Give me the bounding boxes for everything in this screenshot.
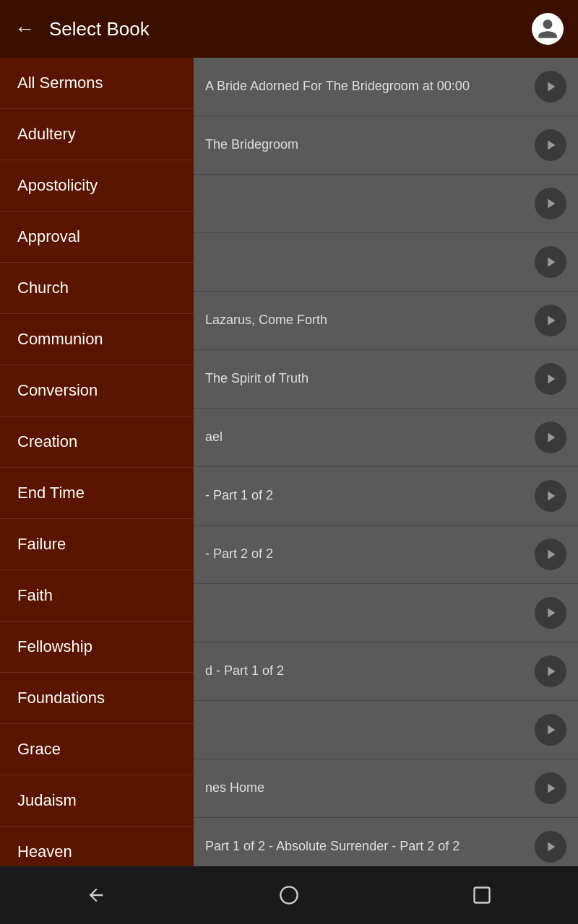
sidebar-item-judaism[interactable]: Judaism: [0, 775, 194, 827]
sidebar-item-apostolicity[interactable]: Apostolicity: [0, 160, 194, 212]
sidebar-item-all-sermons[interactable]: All Sermons: [0, 58, 194, 109]
sermon-item-s8[interactable]: - Part 1 of 2: [194, 467, 578, 526]
play-icon: [543, 488, 558, 504]
sidebar-item-end-time[interactable]: End Time: [0, 468, 194, 519]
sermon-item-s12[interactable]: [194, 701, 578, 759]
sermon-title: Part 1 of 2 - Absolute Surrender - Part …: [205, 838, 527, 855]
sermon-title: - Part 2 of 2: [205, 546, 527, 562]
sermon-item-s4[interactable]: [194, 233, 578, 292]
sidebar-item-faith[interactable]: Faith: [0, 570, 194, 622]
sermon-title: Lazarus, Come Forth: [205, 312, 527, 328]
play-button[interactable]: [535, 71, 566, 103]
play-button[interactable]: [535, 480, 566, 512]
sidebar-item-fellowship[interactable]: Fellowship: [0, 622, 194, 673]
play-icon: [543, 722, 558, 738]
page-title: Select Book: [49, 18, 532, 40]
play-button[interactable]: [535, 305, 566, 336]
nav-back-icon: [86, 885, 106, 905]
play-button[interactable]: [535, 714, 566, 746]
svg-rect-1: [474, 888, 489, 903]
nav-square-button[interactable]: [460, 873, 504, 917]
sidebar-item-adultery[interactable]: Adultery: [0, 109, 194, 160]
sidebar-item-conversion[interactable]: Conversion: [0, 365, 194, 417]
play-button[interactable]: [535, 655, 566, 687]
sermon-title: ael: [205, 429, 527, 445]
play-icon: [543, 780, 558, 796]
sermon-item-s13[interactable]: nes Home: [194, 759, 578, 818]
nav-home-button[interactable]: [267, 873, 311, 917]
play-button[interactable]: [535, 422, 566, 453]
play-button[interactable]: [535, 539, 566, 570]
sermon-title: nes Home: [205, 780, 527, 796]
sermon-item-s11[interactable]: d - Part 1 of 2: [194, 642, 578, 701]
sermon-title: A Bride Adorned For The Bridegroom at 00…: [205, 78, 527, 95]
sidebar-item-failure[interactable]: Failure: [0, 519, 194, 570]
sermon-item-s1[interactable]: A Bride Adorned For The Bridegroom at 00…: [194, 58, 578, 116]
play-button[interactable]: [535, 772, 566, 804]
bottom-nav: [0, 866, 578, 924]
sidebar-item-creation[interactable]: Creation: [0, 417, 194, 468]
play-button[interactable]: [535, 246, 566, 278]
play-button[interactable]: [535, 129, 566, 161]
play-button[interactable]: [535, 188, 566, 219]
svg-point-0: [280, 886, 297, 903]
sermon-item-s6[interactable]: The Spirit of Truth: [194, 350, 578, 409]
sermon-item-s5[interactable]: Lazarus, Come Forth: [194, 292, 578, 350]
nav-back-button[interactable]: [74, 873, 118, 917]
play-icon: [543, 546, 558, 562]
play-icon: [543, 371, 558, 387]
sidebar-item-communion[interactable]: Communion: [0, 314, 194, 365]
play-icon: [543, 313, 558, 328]
header: ← Select Book: [0, 0, 578, 58]
sermon-item-s3[interactable]: [194, 175, 578, 233]
play-icon: [543, 79, 558, 95]
play-icon: [543, 663, 558, 679]
play-button[interactable]: [535, 363, 566, 395]
play-icon: [543, 196, 558, 212]
sermon-item-s7[interactable]: ael: [194, 409, 578, 467]
sermon-item-s10[interactable]: [194, 584, 578, 642]
play-button[interactable]: [535, 831, 566, 863]
sermon-title: The Spirit of Truth: [205, 370, 527, 387]
user-avatar-button[interactable]: [532, 13, 564, 45]
play-icon: [543, 430, 558, 445]
content-area: All SermonsAdulteryApostolicityApprovalC…: [0, 58, 578, 924]
back-button[interactable]: ←: [14, 17, 35, 40]
sermon-item-s2[interactable]: The Bridegroom: [194, 116, 578, 175]
sidebar-item-grace[interactable]: Grace: [0, 724, 194, 775]
sidebar-item-approval[interactable]: Approval: [0, 212, 194, 263]
play-button[interactable]: [535, 597, 566, 629]
nav-home-icon: [279, 885, 299, 905]
nav-square-icon: [472, 885, 492, 905]
sidebar-item-church[interactable]: Church: [0, 263, 194, 314]
sidebar-item-foundations[interactable]: Foundations: [0, 673, 194, 724]
sermon-title: - Part 1 of 2: [205, 487, 527, 504]
play-icon: [543, 254, 558, 270]
play-icon: [543, 605, 558, 621]
sermon-list: A Bride Adorned For The Bridegroom at 00…: [194, 58, 578, 924]
user-avatar-icon: [536, 17, 559, 40]
sermon-title: d - Part 1 of 2: [205, 663, 527, 679]
play-icon: [543, 137, 558, 153]
sermon-item-s9[interactable]: - Part 2 of 2: [194, 526, 578, 584]
sidebar: All SermonsAdulteryApostolicityApprovalC…: [0, 58, 194, 924]
sermon-title: The Bridegroom: [205, 136, 527, 153]
play-icon: [543, 839, 558, 855]
